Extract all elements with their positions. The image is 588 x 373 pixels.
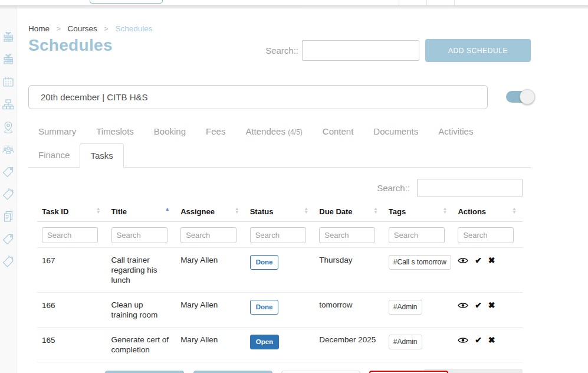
column-header-actions[interactable]: Actions▲▼ [453, 202, 523, 222]
tag-icon[interactable] [1, 165, 15, 179]
task-title-cell: Clean up training room [107, 293, 176, 328]
delete-x-icon[interactable]: ✖ [488, 336, 495, 344]
sort-asc-icon: ▲ [165, 207, 170, 211]
tasks-table: Task ID▲▼ Title▲ Assignee▲▼ Status▲▼ Due… [37, 202, 523, 362]
bottom-action-button-4[interactable] [369, 371, 448, 373]
breadcrumb-current: Schedules [115, 24, 152, 33]
bottom-action-button-1[interactable] [105, 371, 184, 373]
tag-badge: #Admin [389, 335, 422, 349]
tab-fees[interactable]: Fees [196, 122, 235, 141]
column-header-assignee[interactable]: Assignee▲▼ [176, 202, 245, 222]
column-header-due-date[interactable]: Due Date▲▼ [314, 202, 384, 222]
table-row: 167 Call trainer regarding his lunch Mar… [37, 248, 523, 293]
header-search-input[interactable] [302, 40, 419, 61]
sort-icons: ▲▼ [304, 207, 308, 214]
app-screen: Home > Courses > Schedules Schedules Sea… [0, 0, 588, 373]
calendar-icon[interactable] [1, 75, 15, 89]
courses-icon[interactable] [1, 30, 15, 44]
column-header-task-id[interactable]: Task ID▲▼ [37, 202, 107, 222]
table-header-row: Task ID▲▼ Title▲ Assignee▲▼ Status▲▼ Due… [37, 202, 523, 222]
courses-icon[interactable] [1, 53, 15, 67]
header-search-label: Search:: [265, 45, 298, 55]
sort-icons: ▲▼ [373, 207, 378, 214]
filter-actions-input[interactable] [458, 227, 514, 243]
sidebar-nav [0, 5, 17, 373]
sort-icons: ▲▼ [96, 207, 101, 214]
tag-edit-icon[interactable] [1, 187, 15, 201]
table-search-input[interactable] [417, 179, 523, 197]
assignee-cell: Mary Allen [176, 248, 245, 293]
topbar-shadow [0, 5, 588, 9]
view-eye-icon[interactable] [458, 336, 468, 344]
complete-check-icon[interactable]: ✔ [475, 301, 482, 309]
task-id-cell: 166 [37, 293, 107, 328]
topbar-divider [426, 0, 427, 5]
assignee-cell: Mary Allen [176, 328, 245, 362]
schedule-tabs: Summary Timeslots Booking Fees Attendees… [28, 122, 531, 168]
tag-badge: #Admin [389, 300, 422, 315]
view-eye-icon[interactable] [458, 302, 468, 309]
add-schedule-button[interactable]: ADD SCHEDULE [425, 39, 531, 62]
due-date-cell: December 2025 [314, 328, 384, 362]
tab-booking[interactable]: Booking [144, 122, 196, 141]
tab-timeslots[interactable]: Timeslots [86, 122, 144, 141]
assignee-cell: Mary Allen [176, 293, 245, 328]
toggle-knob-icon [520, 89, 535, 104]
due-date-cell: Thursday [314, 248, 384, 293]
column-header-tags[interactable]: Tags▲▼ [384, 202, 454, 222]
tag-icon[interactable] [1, 232, 15, 246]
location-pin-icon[interactable] [1, 120, 15, 134]
status-badge: Open [250, 335, 279, 349]
topbar-divider [454, 0, 455, 5]
status-badge: Done [250, 300, 279, 315]
sort-icons: ▲▼ [512, 207, 517, 214]
topbar-button[interactable] [90, 0, 163, 4]
filter-status-input[interactable] [250, 227, 306, 243]
task-id-cell: 165 [37, 328, 107, 362]
chevron-right-icon: > [104, 25, 109, 33]
pages-icon[interactable] [1, 210, 15, 224]
attendees-count: (4/5) [288, 128, 303, 136]
view-eye-icon[interactable] [458, 257, 468, 264]
task-title-cell: Call trainer regarding his lunch [107, 248, 176, 293]
tag-badge: #Call s tomorrow [389, 255, 451, 270]
schedule-select[interactable]: 20th december | CITB H&S [28, 85, 488, 109]
table-row: 166 Clean up training room Mary Allen Do… [37, 293, 523, 328]
filter-title-input[interactable] [111, 227, 167, 243]
delete-x-icon[interactable]: ✖ [488, 301, 495, 309]
tab-content[interactable]: Content [313, 122, 364, 141]
table-filter-row [37, 222, 523, 248]
sort-icons: ▲▼ [442, 207, 447, 214]
tag-edit-icon[interactable] [1, 254, 15, 269]
column-header-status[interactable]: Status▲▼ [245, 202, 315, 222]
complete-check-icon[interactable]: ✔ [475, 256, 482, 264]
tab-documents[interactable]: Documents [363, 122, 428, 141]
filter-due-date-input[interactable] [319, 227, 375, 243]
chevron-right-icon: > [57, 25, 61, 33]
table-row: 165 Generate cert of completion Mary All… [37, 328, 523, 362]
bottom-action-button-3[interactable] [281, 371, 360, 373]
tab-finance[interactable]: Finance [28, 143, 80, 167]
tab-tasks[interactable]: Tasks [80, 143, 123, 168]
due-date-cell: tomorrow [314, 293, 384, 328]
filter-tags-input[interactable] [389, 227, 445, 243]
delete-x-icon[interactable]: ✖ [488, 256, 495, 264]
column-header-title[interactable]: Title▲ [107, 202, 176, 222]
tab-activities[interactable]: Activities [428, 122, 483, 141]
filter-task-id-input[interactable] [42, 227, 98, 243]
status-badge: Done [250, 255, 279, 270]
tasks-panel: Search:: Task ID▲▼ Title▲ Assignee▲▼ Sta… [37, 179, 523, 373]
sitemap-icon[interactable] [1, 97, 15, 112]
tab-summary[interactable]: Summary [28, 122, 86, 141]
bottom-action-button-2[interactable] [193, 371, 272, 373]
task-id-cell: 167 [37, 248, 107, 293]
tab-attendees[interactable]: Attendees (4/5) [235, 122, 312, 141]
breadcrumb-courses[interactable]: Courses [68, 24, 97, 33]
table-search-label: Search:: [377, 183, 410, 193]
complete-check-icon[interactable]: ✔ [475, 336, 482, 344]
breadcrumb-home[interactable]: Home [28, 24, 50, 33]
schedule-toggle[interactable] [506, 91, 530, 103]
groups-icon[interactable] [1, 142, 15, 156]
task-title-cell: Generate cert of completion [107, 328, 176, 362]
filter-assignee-input[interactable] [180, 227, 236, 243]
